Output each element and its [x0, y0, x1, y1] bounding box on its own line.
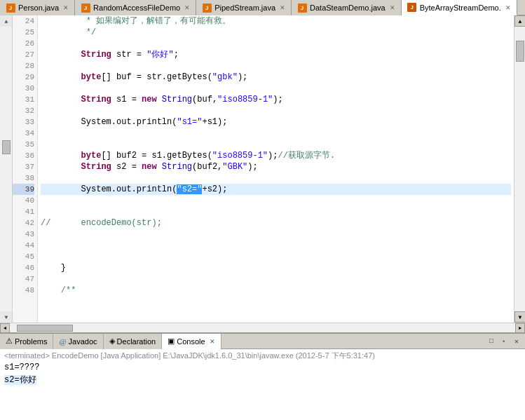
right-scroll-track[interactable]	[514, 27, 525, 311]
editor-row: ▲ ▼ 242526272829303132333435363738394041…	[0, 15, 525, 323]
line-number-24: 24	[13, 15, 34, 27]
java-file-icon: J	[6, 3, 15, 13]
code-line-25: */	[41, 27, 511, 38]
line-number-41: 41	[13, 206, 34, 217]
tab-close-bytearray[interactable]: ✕	[505, 4, 511, 11]
code-line-44	[41, 240, 511, 251]
tab-bytearray[interactable]: J ByteArrayStreamDemo. ✕	[402, 0, 517, 15]
tab-label-bytearray: ByteArrayStreamDemo.	[420, 4, 501, 12]
vertical-scroll-thumb[interactable]	[2, 140, 11, 154]
tab-datasteam[interactable]: J DataSteamDemo.java ✕	[292, 0, 402, 15]
right-scroll-up[interactable]: ▲	[514, 15, 525, 27]
line-number-31: 31	[13, 94, 34, 105]
code-area[interactable]: * 如果编对了，解错了，有可能有救。 */ String str = "你好";…	[38, 15, 514, 323]
line-number-46: 46	[13, 262, 34, 273]
code-line-30	[41, 83, 511, 94]
line-number-28: 28	[13, 60, 34, 72]
code-line-29: byte[] buf = str.getBytes("gbk");	[41, 72, 511, 83]
h-scroll-track[interactable]	[10, 325, 515, 332]
code-line-43	[41, 229, 511, 240]
bottom-tab-javadoc[interactable]: @ Javadoc	[53, 334, 103, 349]
console-output-line1: s1=????	[4, 363, 521, 372]
tab-close-piped[interactable]: ✕	[280, 4, 285, 11]
h-scroll-thumb[interactable]	[17, 325, 73, 332]
console-content: <terminated> EncodeDemo [Java Applicatio…	[0, 349, 525, 420]
scroll-down-arrow[interactable]: ▼	[0, 311, 13, 323]
problems-icon: ⚠	[6, 337, 13, 346]
line-number-36: 36	[13, 150, 34, 161]
code-line-47	[41, 273, 511, 285]
bottom-tab-bar: ⚠ Problems @ Javadoc ◈ Declaration ▣ Con…	[0, 334, 525, 349]
bottom-tab-console[interactable]: ▣ Console ✕	[162, 334, 221, 349]
java-file-icon-3: J	[202, 3, 212, 13]
java-file-icon-5: J	[407, 3, 417, 13]
h-scroll-right[interactable]: ►	[515, 323, 525, 333]
console-close-icon[interactable]: ✕	[210, 338, 215, 345]
code-line-40	[41, 195, 511, 206]
line-number-30: 30	[13, 83, 34, 94]
line-number-43: 43	[13, 229, 34, 240]
tab-close-random[interactable]: ✕	[184, 4, 190, 11]
vertical-scroll-track[interactable]	[0, 27, 12, 311]
close-panel-btn[interactable]: ✕	[511, 336, 522, 347]
line-number-37: 37	[13, 161, 34, 172]
horizontal-scrollbar: ◄ ►	[0, 323, 525, 332]
line-number-39: 39	[13, 184, 34, 195]
tab-person[interactable]: J Person.java ✕	[0, 0, 75, 15]
code-line-45	[41, 251, 511, 262]
scroll-up-arrow[interactable]: ▲	[0, 15, 13, 27]
tab-pipedstream[interactable]: J PipedStream.java ✕	[196, 0, 292, 15]
line-number-40: 40	[13, 195, 34, 206]
code-line-24: * 如果编对了，解错了，有可能有救。	[41, 15, 511, 27]
bottom-tab-problems[interactable]: ⚠ Problems	[0, 334, 53, 349]
tab-close-person[interactable]: ✕	[63, 4, 69, 11]
maximize-panel-btn[interactable]: ▪	[498, 336, 510, 347]
line-numbers: 2425262728293031323334353637383940414243…	[13, 15, 38, 323]
line-number-42: 42	[13, 217, 34, 229]
line-number-26: 26	[13, 38, 34, 49]
code-line-36: byte[] buf2 = s1.getBytes("iso8859-1");/…	[41, 150, 511, 161]
console-icon: ▣	[168, 337, 175, 346]
code-line-41	[41, 206, 511, 217]
code-line-26	[41, 38, 511, 49]
right-scroll-down[interactable]: ▼	[514, 311, 525, 323]
bottom-tab-actions: □ ▪ ✕	[486, 336, 525, 347]
bottom-tab-label-declaration: Declaration	[117, 337, 156, 346]
tab-label-piped: PipedStream.java	[214, 4, 275, 12]
code-line-31: String s1 = new String(buf,"iso8859-1");	[41, 94, 511, 105]
h-scroll-left[interactable]: ◄	[0, 323, 10, 333]
code-line-34	[41, 128, 511, 139]
line-number-27: 27	[13, 49, 34, 60]
code-line-38	[41, 172, 511, 184]
line-number-34: 34	[13, 128, 34, 139]
bottom-panel: ⚠ Problems @ Javadoc ◈ Declaration ▣ Con…	[0, 332, 525, 420]
minimize-panel-btn[interactable]: □	[486, 336, 497, 347]
line-number-45: 45	[13, 251, 34, 262]
console-s2-value: s2=你好	[4, 375, 36, 385]
code-line-32	[41, 105, 511, 116]
tab-label-random: RandomAccessFileDemo	[93, 4, 180, 12]
right-scroll-thumb[interactable]	[516, 41, 524, 62]
code-line-28	[41, 60, 511, 72]
line-number-32: 32	[13, 105, 34, 116]
line-number-33: 33	[13, 116, 34, 128]
bottom-tab-label-javadoc: Javadoc	[69, 337, 97, 346]
code-line-39: System.out.println("s2="+s2);	[41, 184, 511, 195]
tab-label-datasteam: DataSteamDemo.java	[310, 4, 386, 12]
tab-close-datasteam[interactable]: ✕	[390, 4, 395, 11]
code-line-27: String str = "你好";	[41, 49, 511, 60]
bottom-tab-label-console: Console	[177, 337, 205, 346]
java-file-icon-4: J	[297, 3, 307, 13]
tab-randomaccess[interactable]: J RandomAccessFileDemo ✕	[75, 0, 196, 15]
line-number-47: 47	[13, 273, 34, 285]
code-line-46: }	[41, 262, 511, 273]
selected-text: "s2="	[177, 184, 202, 194]
javadoc-icon: @	[59, 337, 66, 346]
code-line-35	[41, 139, 511, 150]
bottom-tab-declaration[interactable]: ◈ Declaration	[104, 334, 163, 349]
console-terminated-line: <terminated> EncodeDemo [Java Applicatio…	[4, 351, 521, 361]
right-scrollbar: ▲ ▼	[514, 15, 525, 323]
bottom-tab-label-problems: Problems	[15, 337, 47, 346]
tab-bar: J Person.java ✕ J RandomAccessFileDemo ✕…	[0, 0, 525, 15]
line-number-35: 35	[13, 139, 34, 150]
